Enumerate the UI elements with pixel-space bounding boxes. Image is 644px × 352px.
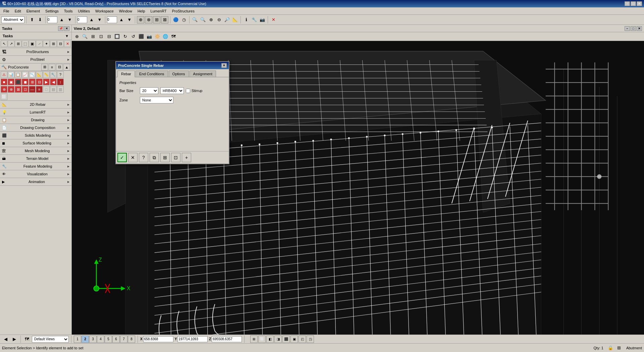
surface-modeling-header[interactable]: ◼ Surface Modeling ▶ — [0, 139, 71, 147]
pc-red-7[interactable]: ▶ — [43, 79, 50, 85]
tasks-header-controls[interactable]: 📌 ✕ — [58, 26, 69, 31]
view-btn-5[interactable]: 5 — [105, 336, 112, 343]
pc-tree-icon[interactable]: ⊟ — [56, 64, 63, 71]
input-field-1[interactable] — [47, 16, 57, 23]
pc-list-icon[interactable]: ≡ — [49, 64, 55, 71]
pc-tool-3[interactable]: 📋 — [15, 71, 21, 78]
footer-help-button[interactable]: ? — [139, 153, 148, 162]
view-icon-1[interactable]: 🔵 — [172, 16, 179, 24]
tool-icon-f[interactable]: 📐 — [231, 16, 239, 24]
dialog-tab-end-conditions[interactable]: End Conditions — [136, 71, 168, 77]
vt-icon-6[interactable]: 🔲 — [113, 33, 121, 40]
status-icon-1[interactable]: 🔒 — [607, 344, 614, 352]
menu-element[interactable]: Element — [24, 8, 43, 14]
delete-icon[interactable]: ✕ — [64, 40, 71, 47]
view-btn-8[interactable]: 8 — [128, 336, 135, 343]
tasks-pin-button[interactable]: 📌 — [58, 26, 63, 31]
pc-tool-8[interactable]: 🔧 — [50, 71, 57, 78]
view-controls[interactable]: − □ ✕ — [625, 26, 642, 31]
2d-rebar-header[interactable]: 📐 2D Rebar ▶ — [0, 101, 71, 108]
view-btn-4[interactable]: 4 — [97, 336, 104, 343]
tool-icon-b[interactable]: 🔍 — [199, 16, 207, 24]
toolbar-arrow-6[interactable]: ▼ — [126, 16, 133, 24]
mesh-modeling-header[interactable]: 🕸 Mesh Modeling ▶ — [0, 147, 71, 155]
menu-edit[interactable]: Edit — [12, 8, 24, 14]
snap-icon-4[interactable]: ⊠ — [161, 16, 168, 24]
minimize-button[interactable]: − — [625, 1, 630, 6]
visualization-header[interactable]: 👁 Visualization ▶ — [0, 170, 71, 178]
view-orient-5[interactable]: ⬛ — [282, 336, 290, 343]
stirrup-label[interactable]: Stirrup — [186, 89, 202, 93]
view-btn-6[interactable]: 6 — [112, 336, 120, 343]
pc-r3-8[interactable]: ▤ — [50, 86, 57, 93]
nav-forward-button[interactable]: ▶ — [11, 336, 18, 343]
group-icon[interactable]: ⊞ — [50, 40, 57, 47]
pc-r3-1[interactable]: ⊕ — [1, 86, 7, 93]
ungroup-icon[interactable]: ⊟ — [57, 40, 64, 47]
lasso-icon[interactable]: ⬚ — [22, 40, 29, 47]
pc-tool-6[interactable]: 📐 — [36, 71, 43, 78]
pc-red-2[interactable]: ▣ — [8, 79, 14, 85]
tool-icon-i[interactable]: ✕ — [270, 16, 277, 24]
status-icon-2[interactable]: ⊞ — [615, 344, 623, 352]
coord-x-input[interactable] — [143, 336, 173, 342]
view-icon-2[interactable]: ◷ — [180, 16, 187, 24]
view-btn-7[interactable]: 7 — [120, 336, 127, 343]
view-orient-7[interactable]: ◰ — [299, 336, 306, 343]
view-orient-4[interactable]: ◨ — [274, 336, 282, 343]
dialog-tab-rebar[interactable]: Rebar — [117, 71, 135, 77]
pc-tool-9[interactable]: ? — [57, 71, 64, 78]
tool-icon-h[interactable]: 📷 — [259, 16, 266, 24]
vt-icon-4[interactable]: ⊡ — [97, 33, 105, 40]
coord-z-input[interactable] — [212, 336, 242, 342]
zone-select[interactable]: None — [140, 97, 173, 103]
vt-icon-11[interactable]: 🔆 — [154, 33, 161, 40]
tool-icon-a[interactable]: 🔍 — [191, 16, 199, 24]
menu-tools[interactable]: Tools — [61, 8, 75, 14]
menu-utilities[interactable]: Utilities — [75, 8, 93, 14]
vt-icon-12[interactable]: 🌐 — [162, 33, 169, 40]
solids-modeling-header[interactable]: ⬛ Solids Modeling ▶ — [0, 132, 71, 139]
nav-back-button[interactable]: ◀ — [2, 336, 9, 343]
vt-icon-9[interactable]: ⬛ — [138, 33, 145, 40]
vt-icon-2[interactable]: 🔍 — [81, 33, 89, 40]
maximize-button[interactable]: □ — [631, 1, 636, 6]
input-field-2[interactable] — [77, 16, 87, 23]
view-btn-1[interactable]: 1 — [74, 336, 81, 343]
coord-y-input[interactable] — [177, 336, 208, 342]
pc-tool-4[interactable]: 📈 — [22, 71, 29, 78]
vt-icon-1[interactable]: ⊕ — [73, 33, 80, 40]
pc-grid-icon[interactable]: ⊞ — [41, 64, 48, 71]
snap-icon-1[interactable]: ⊕ — [137, 16, 144, 24]
polyline-icon[interactable]: ⟋ — [36, 40, 43, 47]
menu-workspace[interactable]: Workspace — [93, 8, 116, 14]
tasks-close-button[interactable]: ✕ — [64, 26, 69, 31]
vt-icon-10[interactable]: 📷 — [146, 33, 153, 40]
pc-tool-5[interactable]: 📉 — [29, 71, 36, 78]
view-btn-2[interactable]: 2 — [82, 336, 89, 343]
tool-icon-g[interactable]: 🔧 — [251, 16, 258, 24]
feature-modeling-header[interactable]: 🔧 Feature Modeling ▶ — [0, 163, 71, 170]
vt-icon-8[interactable]: ↺ — [129, 33, 137, 40]
pc-r3-5[interactable]: — — [29, 86, 36, 93]
bar-type-select[interactable]: HRB400 — [160, 87, 184, 94]
view-btn-3[interactable]: 3 — [89, 336, 97, 343]
dialog-close-button[interactable]: ✕ — [221, 63, 227, 68]
fence-icon[interactable]: ▣ — [29, 40, 36, 47]
toolbar-icon-1[interactable]: ⬆ — [28, 16, 36, 24]
default-views-select[interactable]: Default Views — [32, 336, 69, 343]
snap-icon-2[interactable]: ⊗ — [145, 16, 152, 24]
snap-icon-3[interactable]: ⊞ — [153, 16, 160, 24]
pc-r3-4[interactable]: ⊡ — [22, 86, 29, 93]
footer-accept-button[interactable]: ✓ — [117, 153, 127, 162]
pointer-icon[interactable]: ↗ — [8, 40, 14, 47]
close-button[interactable]: ✕ — [637, 1, 642, 6]
menu-lumenrt[interactable]: LumenRT — [148, 8, 169, 14]
drawing-header[interactable]: 📋 Drawing ▶ — [0, 116, 71, 124]
footer-extra-button[interactable]: + — [182, 153, 191, 162]
view-orient-3[interactable]: ◧ — [266, 336, 274, 343]
stirrup-checkbox[interactable] — [186, 89, 190, 93]
toolbar-icon-2[interactable]: ⬇ — [36, 16, 44, 24]
nav-views-icon[interactable]: 🗺 — [23, 336, 31, 343]
abutment-select[interactable]: Abutment — [1, 16, 24, 23]
